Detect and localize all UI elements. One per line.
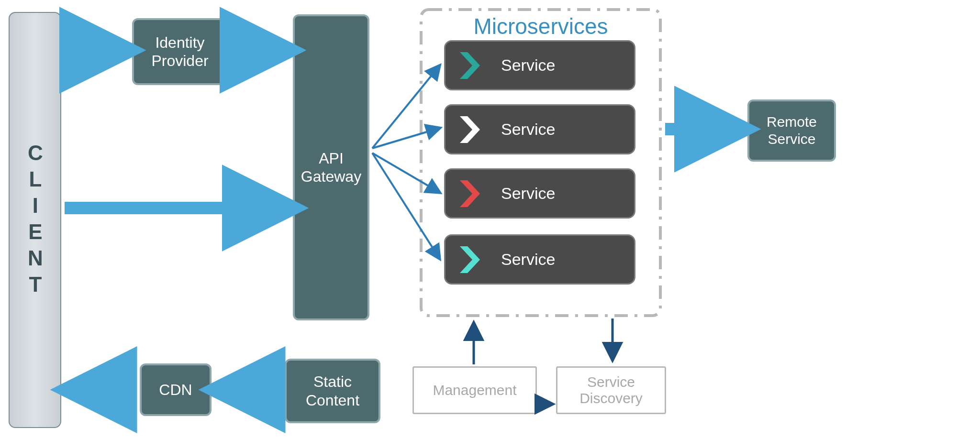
client-box: CLIENT — [9, 12, 61, 428]
identity-provider-box: Identity Provider — [132, 18, 228, 85]
arrow-gateway-to-service-3 — [372, 153, 439, 192]
client-label: CLIENT — [22, 141, 48, 299]
arrow-gateway-to-service-2 — [372, 128, 439, 148]
static-content-box: Static Content — [285, 359, 380, 423]
cdn-label: CDN — [159, 381, 192, 399]
arrow-gateway-to-service-1 — [372, 66, 439, 148]
service-label: Service — [501, 55, 555, 75]
arrow-gateway-to-service-4 — [372, 153, 439, 258]
management-box: Management — [412, 366, 537, 414]
chevron-icon — [459, 51, 481, 80]
api-gateway-box: API Gateway — [293, 14, 369, 320]
microservices-title-text: Microservices — [473, 14, 608, 39]
api-gateway-label: API Gateway — [301, 149, 361, 186]
service-box-4: Service — [444, 234, 635, 285]
identity-provider-label: Identity Provider — [151, 33, 208, 70]
microservices-title: Microservices — [459, 13, 622, 39]
chevron-icon — [459, 115, 481, 144]
service-discovery-label: Service Discovery — [579, 374, 643, 407]
service-box-1: Service — [444, 40, 635, 90]
remote-service-box: Remote Service — [747, 99, 836, 162]
static-content-label: Static Content — [306, 373, 359, 409]
service-label: Service — [501, 250, 555, 269]
service-box-2: Service — [444, 104, 635, 154]
chevron-icon — [459, 179, 481, 208]
service-box-3: Service — [444, 168, 635, 219]
cdn-box: CDN — [140, 363, 212, 416]
remote-service-label: Remote Service — [767, 113, 817, 148]
management-label: Management — [433, 382, 516, 399]
service-label: Service — [501, 184, 555, 203]
service-label: Service — [501, 120, 555, 139]
chevron-icon — [459, 245, 481, 274]
service-discovery-box: Service Discovery — [556, 366, 666, 414]
